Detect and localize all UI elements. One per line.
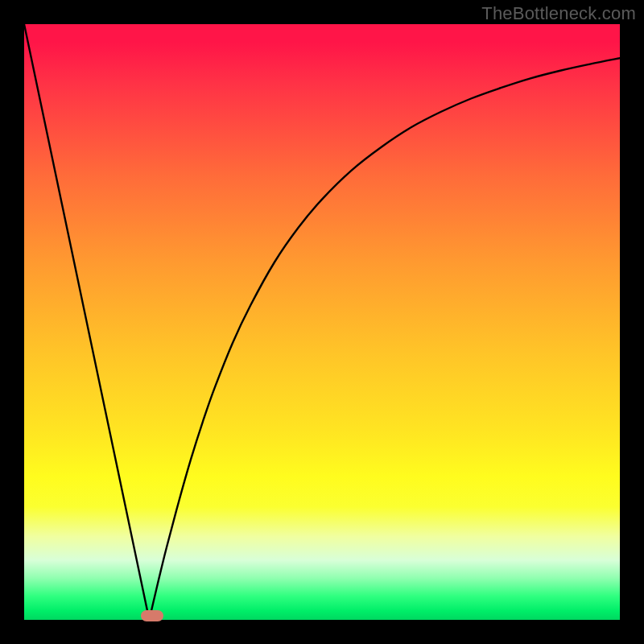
watermark-text: TheBottleneck.com <box>481 3 636 24</box>
optimum-marker <box>141 610 163 621</box>
plot-area <box>24 24 620 620</box>
bottleneck-curve <box>24 24 620 620</box>
curve-path <box>24 24 620 620</box>
